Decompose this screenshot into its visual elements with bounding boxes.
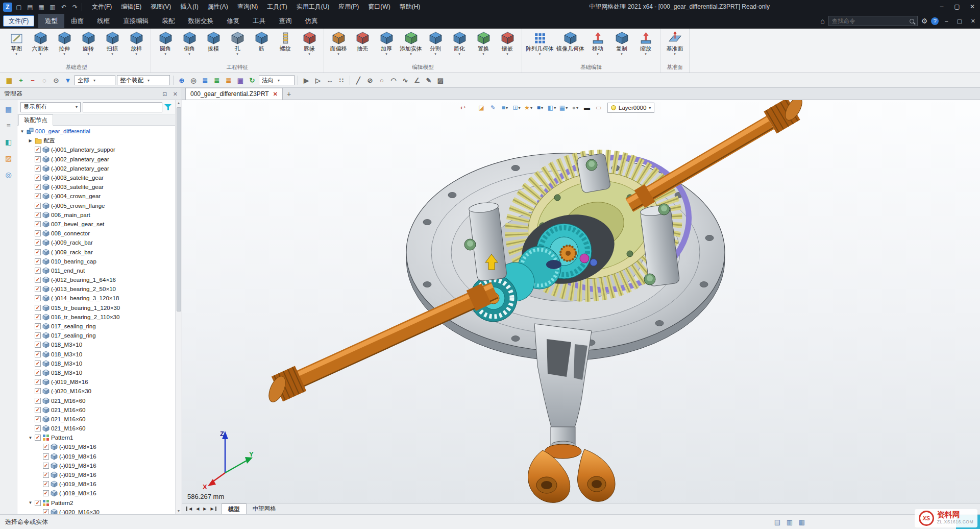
eraser-icon[interactable]: ◪ bbox=[476, 103, 486, 113]
tool-simplify-button[interactable]: 简化▾ bbox=[448, 30, 471, 63]
show-filter-select[interactable]: 显示所有 ▾ bbox=[20, 102, 81, 112]
tool-hole-button[interactable]: 孔▾ bbox=[226, 30, 249, 63]
tool-rib-button[interactable]: 筋 bbox=[250, 30, 273, 63]
command-search-box[interactable] bbox=[828, 16, 918, 26]
visibility-checkbox[interactable]: ✓ bbox=[35, 203, 41, 209]
arc-icon[interactable]: ◠ bbox=[388, 75, 399, 85]
document-tab[interactable]: 000_gear_differential.Z3PRT ✕ bbox=[185, 88, 283, 100]
tool-scale-button[interactable]: 缩放▾ bbox=[634, 30, 657, 63]
tool-chamfer-button[interactable]: 倒角▾ bbox=[178, 30, 201, 63]
visibility-checkbox[interactable]: ✓ bbox=[43, 481, 49, 487]
maximize-button[interactable]: ▢ bbox=[949, 0, 965, 14]
menu-item-2[interactable]: 视图(V) bbox=[146, 0, 176, 14]
tree-item-22[interactable]: ✓017_sealing_ring bbox=[17, 331, 175, 340]
tool-face-offset-button[interactable]: 面偏移▾ bbox=[327, 30, 350, 63]
tree-item-0[interactable]: ▼000_gear_differential bbox=[17, 127, 175, 136]
dots-grid-icon[interactable]: ∷ bbox=[336, 75, 347, 85]
view-image-icon[interactable]: ▣ bbox=[235, 75, 246, 85]
pencil-icon[interactable]: ✎ bbox=[424, 75, 434, 85]
menu-item-9[interactable]: 窗口(W) bbox=[363, 0, 395, 14]
remove-pick-icon[interactable]: − bbox=[28, 75, 38, 85]
visibility-checkbox[interactable]: ✓ bbox=[35, 258, 41, 264]
visibility-checkbox[interactable]: ✓ bbox=[43, 444, 49, 450]
tree-item-4[interactable]: ✓(-)002_planetary_gear bbox=[17, 164, 175, 173]
model-yoke[interactable] bbox=[528, 444, 615, 502]
tree-item-28[interactable]: ✓(-)020_M16×30 bbox=[17, 387, 175, 396]
tree-filter-input[interactable] bbox=[83, 102, 162, 112]
tool-move-button[interactable]: 移动▾ bbox=[586, 30, 609, 63]
visibility-checkbox[interactable]: ✓ bbox=[35, 360, 41, 367]
view-panel-icon[interactable]: ▨ bbox=[5, 154, 12, 162]
animate-icon[interactable]: ▷ bbox=[313, 75, 323, 85]
menu-item-6[interactable]: 工具(T) bbox=[262, 0, 291, 14]
tree-item-9[interactable]: ✓006_main_part bbox=[17, 210, 175, 220]
tool-replace-button[interactable]: 置换▾ bbox=[472, 30, 495, 63]
filter-select[interactable]: 全部▾ bbox=[75, 75, 115, 85]
tree-item-16[interactable]: ✓(-)012_bearing_1_64×16 bbox=[17, 275, 175, 284]
tool-sketch-button[interactable]: 草图▾ bbox=[5, 30, 28, 63]
collapse-icon[interactable]: ▼ bbox=[19, 129, 25, 134]
tree-item-20[interactable]: ✓016_tr_bearing_2_110×30 bbox=[17, 312, 175, 322]
visibility-checkbox[interactable]: ✓ bbox=[35, 435, 41, 441]
exit-target-icon[interactable]: ↩ bbox=[458, 103, 468, 113]
visibility-checkbox[interactable]: ✓ bbox=[35, 416, 41, 422]
pick-filter-icon[interactable]: ▦ bbox=[4, 75, 14, 85]
tool-draft-button[interactable]: 拔模 bbox=[202, 30, 225, 63]
tab-close-icon[interactable]: ✕ bbox=[273, 91, 278, 98]
visibility-checkbox[interactable]: ✓ bbox=[35, 295, 41, 301]
tool-divide-button[interactable]: 分割▾ bbox=[424, 30, 447, 63]
doc-restore-button[interactable]: ▢ bbox=[954, 18, 964, 25]
snap-icon[interactable]: ◎ bbox=[188, 75, 199, 85]
ribbon-tab-9[interactable]: 仿真 bbox=[298, 14, 324, 28]
tool-thicken-button[interactable]: 加厚▾ bbox=[375, 30, 398, 63]
settings-gear-icon[interactable]: ⚙ bbox=[921, 17, 928, 25]
ribbon-tab-0[interactable]: 造型 bbox=[38, 14, 64, 28]
pan-icon[interactable]: ↔ bbox=[325, 75, 335, 85]
visibility-checkbox[interactable]: ✓ bbox=[43, 463, 49, 469]
model-3d-view[interactable] bbox=[182, 100, 980, 503]
visibility-checkbox[interactable]: ✓ bbox=[35, 388, 41, 394]
tool-fillet-button[interactable]: 圆角▾ bbox=[154, 30, 177, 63]
shaded-mode-icon[interactable]: ■▾ bbox=[500, 103, 510, 113]
menu-item-4[interactable]: 属性(A) bbox=[203, 0, 233, 14]
tree-item-24[interactable]: ✓018_M3×10 bbox=[17, 350, 175, 359]
ribbon-tab-7[interactable]: 工具 bbox=[246, 14, 272, 28]
collapse-icon[interactable]: ▼ bbox=[28, 500, 33, 505]
menu-item-10[interactable]: 帮助(H) bbox=[395, 0, 425, 14]
visibility-checkbox[interactable]: ✓ bbox=[35, 314, 41, 320]
tree-item-13[interactable]: ✓(-)009_rack_bar bbox=[17, 247, 175, 256]
visibility-checkbox[interactable]: ✓ bbox=[43, 453, 49, 460]
visibility-checkbox[interactable]: ✓ bbox=[43, 472, 49, 478]
tree-item-26[interactable]: ✓018_M3×10 bbox=[17, 368, 175, 377]
first-tab-icon[interactable]: ◀ bbox=[186, 507, 193, 511]
ribbon-tab-3[interactable]: 直接编辑 bbox=[116, 14, 155, 28]
command-search-input[interactable] bbox=[832, 18, 903, 24]
tool-sweep-button[interactable]: 扫掠▾ bbox=[101, 30, 124, 63]
viewport-canvas[interactable]: ↩◪✎■▾⊞▾★▾■▾◧▾▦▾●▾▬▭Layer0000▾ Z Y X 586.… bbox=[182, 100, 980, 503]
tool-add-shape-button[interactable]: 添加实体▾ bbox=[399, 30, 423, 63]
visibility-checkbox[interactable]: ✓ bbox=[35, 370, 41, 376]
tree-item-33[interactable]: ▼✓Pattern1 bbox=[17, 433, 175, 442]
pin-icon[interactable]: ⊡ bbox=[162, 91, 167, 97]
render-style-icon[interactable]: ★▾ bbox=[523, 103, 533, 113]
model-left-axle-shaft[interactable] bbox=[265, 285, 498, 404]
fly-icon[interactable]: ▶ bbox=[301, 75, 311, 85]
filter-funnel-icon[interactable] bbox=[164, 103, 172, 111]
line-icon[interactable]: ╱ bbox=[353, 75, 363, 85]
tool-box-button[interactable]: 六面体▾ bbox=[29, 30, 52, 63]
visibility-checkbox[interactable]: ✓ bbox=[35, 249, 41, 255]
find-panel-icon[interactable]: ◎ bbox=[5, 171, 11, 179]
visibility-checkbox[interactable]: ✓ bbox=[35, 379, 41, 385]
doc-minimize-button[interactable]: – bbox=[942, 18, 950, 24]
next-tab-icon[interactable]: ▶ bbox=[202, 507, 208, 511]
visibility-checkbox[interactable]: ✓ bbox=[35, 156, 41, 162]
angle-icon[interactable]: ∠ bbox=[412, 75, 422, 85]
visibility-checkbox[interactable]: ✓ bbox=[35, 425, 41, 431]
tool-mirror-geometry-button[interactable]: 镜像几何体 bbox=[555, 30, 585, 63]
filter-list-icon[interactable]: ▼ bbox=[63, 75, 73, 85]
manager-panel-icon[interactable]: ▤ bbox=[5, 105, 12, 113]
tree-item-32[interactable]: ✓021_M16×60 bbox=[17, 424, 175, 433]
scrollbar-thumb[interactable] bbox=[177, 107, 181, 311]
hatch-icon[interactable]: ▨ bbox=[435, 75, 446, 85]
tree-item-14[interactable]: ✓010_bearing_cap bbox=[17, 257, 175, 266]
